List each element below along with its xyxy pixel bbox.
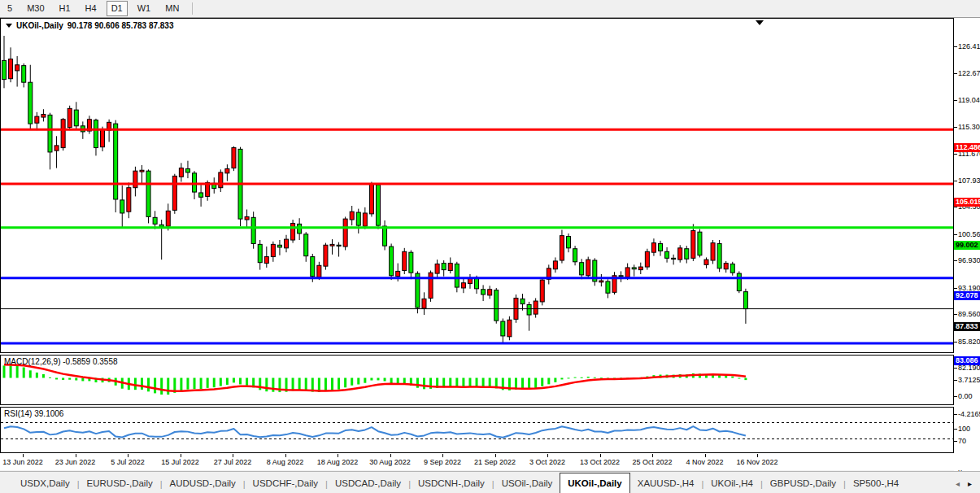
chart-ohlc-values: 90.178 90.606 85.783 87.833	[68, 21, 174, 30]
chart-tab-ukoil-h4[interactable]: UKOil-,H4	[703, 475, 760, 491]
price-tick-label: 96.930	[958, 256, 980, 264]
price-axis[interactable]: 126.410122.670119.040115.300111.670107.9…	[954, 36, 980, 488]
price-tick-label: 126.410	[958, 42, 980, 50]
chart-tab-eurusd-daily[interactable]: EURUSD-,Daily	[80, 475, 160, 491]
macd-tick-mark	[954, 414, 957, 415]
macd-label: MACD(12,26,9) -0.5859 0.3558	[4, 357, 118, 366]
price-tick-mark	[954, 73, 957, 74]
chart-tab-usdchf-daily[interactable]: USDCHF-,Daily	[246, 475, 326, 491]
price-tick-label: 119.040	[958, 96, 980, 104]
macd-tick-label: -4.2165	[958, 410, 980, 418]
macd-canvas[interactable]	[1, 356, 953, 404]
timeframe-button-m30[interactable]: M30	[22, 1, 49, 16]
price-level-tag: 83.086	[954, 356, 980, 365]
rsi-label: RSI(14) 39.1006	[4, 409, 63, 418]
timeframe-button-5[interactable]: 5	[2, 1, 17, 16]
chart-tab-usdcad-daily[interactable]: USDCAD-,Daily	[328, 475, 408, 491]
chart-tab-usdcnh-daily[interactable]: USDCNH-,Daily	[411, 475, 492, 491]
date-tick-mark	[233, 454, 233, 457]
date-tick-label: 5 Jul 2022	[111, 458, 145, 466]
timeframe-button-h1[interactable]: H1	[54, 1, 76, 16]
macd-indicator-pane[interactable]: MACD(12,26,9) -0.5859 0.3558	[0, 355, 954, 405]
chart-shift-marker-icon[interactable]	[756, 20, 764, 25]
price-tick-mark	[954, 288, 957, 289]
date-tick-label: 13 Oct 2022	[580, 458, 620, 466]
date-tick-mark	[705, 454, 706, 457]
rsi-tick-mark	[954, 429, 957, 430]
price-tick-label: 122.670	[958, 69, 980, 77]
date-tick-label: 8 Aug 2022	[267, 458, 304, 466]
rsi-indicator-pane[interactable]: RSI(14) 39.1006	[0, 407, 954, 453]
price-level-tag: 99.002	[954, 241, 980, 250]
date-tick-label: 25 Oct 2022	[632, 458, 672, 466]
chart-tab-xauusd-h4[interactable]: XAUUSD-,H4	[630, 475, 702, 491]
price-tick-mark	[954, 207, 957, 207]
price-tick-label: 89.560	[958, 310, 980, 318]
price-level-tag: 92.078	[954, 291, 980, 300]
chart-tab-usoil-daily[interactable]: USOil-,Daily	[494, 475, 560, 491]
rsi-tick-label: 100	[958, 425, 970, 433]
timeframe-button-w1[interactable]: W1	[133, 1, 156, 16]
tabs-scroll-left-icon[interactable]: ◂	[956, 480, 960, 488]
date-tick-label: 3 Oct 2022	[529, 458, 565, 466]
price-level-tag: 112.486	[954, 143, 980, 152]
macd-tick-mark	[954, 396, 957, 397]
price-tick-mark	[954, 154, 957, 155]
chart-header: UKOil-,Daily 90.178 90.606 85.783 87.833	[6, 21, 173, 30]
tabs-scroll-right-icon[interactable]: ▸	[968, 480, 972, 488]
chart-window: UKOil-,Daily 90.178 90.606 85.783 87.833…	[0, 18, 980, 470]
price-tick-mark	[954, 342, 957, 342]
price-tick-mark	[954, 46, 957, 47]
date-tick-mark	[547, 454, 548, 457]
price-tick-mark	[954, 100, 957, 101]
chart-tab-gbpusd-daily[interactable]: GBPUSD-,Daily	[763, 475, 843, 491]
date-tick-mark	[338, 454, 338, 457]
price-tick-mark	[954, 260, 957, 261]
time-axis[interactable]: 13 Jun 202223 Jun 20225 Jul 202215 Jul 2…	[0, 454, 980, 470]
date-tick-mark	[181, 454, 181, 457]
chart-tab-usdx-daily[interactable]: USDX,Daily	[13, 475, 77, 491]
rsi-tick-mark	[954, 441, 957, 442]
date-tick-label: 18 Aug 2022	[317, 458, 359, 466]
price-tick-mark	[954, 314, 957, 315]
symbol-dropdown-icon[interactable]	[6, 24, 12, 28]
date-tick-mark	[652, 454, 653, 457]
chart-tab-sp500-h4[interactable]: SP500-,H4	[846, 475, 906, 491]
date-tick-mark	[600, 454, 601, 457]
macd-tick-label: 3.7125	[958, 376, 980, 384]
timeframe-button-d1[interactable]: D1	[107, 1, 128, 16]
date-tick-mark	[442, 454, 443, 457]
price-tick-mark	[954, 234, 957, 235]
price-tick-mark	[954, 181, 957, 181]
chart-tab-ukoil-daily[interactable]: UKOil-,Daily	[560, 473, 629, 493]
timeframe-button-mn[interactable]: MN	[160, 1, 184, 16]
price-chart-pane[interactable]: UKOil-,Daily 90.178 90.606 85.783 87.833	[0, 18, 954, 353]
chart-symbol-label: UKOil-,Daily	[16, 21, 63, 30]
candlestick-canvas[interactable]	[1, 19, 953, 352]
price-level-tag: 87.833	[954, 322, 980, 331]
date-tick-label: 16 Nov 2022	[736, 458, 777, 466]
mt4-trading-platform: 5M30H1H4D1W1MN UKOil-,Daily 90.178 90.60…	[0, 0, 980, 493]
price-level-tag: 105.015	[954, 198, 980, 207]
date-tick-label: 9 Sep 2022	[424, 458, 461, 466]
date-tick-mark	[128, 454, 128, 457]
date-tick-label: 4 Nov 2022	[686, 458, 723, 466]
tab-scroll-arrows: ◂▸	[956, 480, 980, 493]
chart-tab-bar: USDX,Daily|EURUSD-,Daily|AUDUSD-,Daily|U…	[0, 471, 980, 493]
date-tick-mark	[76, 454, 76, 457]
date-tick-label: 21 Sep 2022	[474, 458, 516, 466]
chart-tab-audusd-daily[interactable]: AUDUSD-,Daily	[163, 475, 243, 491]
date-tick-mark	[495, 454, 496, 457]
date-tick-mark	[757, 454, 758, 457]
timeframe-button-h4[interactable]: H4	[81, 1, 102, 16]
timeframe-toolbar: 5M30H1H4D1W1MN	[0, 0, 980, 18]
price-tick-mark	[954, 127, 957, 128]
macd-tick-mark	[954, 380, 957, 381]
date-tick-label: 13 Jun 2022	[2, 458, 43, 466]
date-tick-mark	[390, 454, 391, 457]
rsi-tick-label: 70	[958, 437, 966, 445]
date-tick-label: 15 Jul 2022	[161, 458, 199, 466]
price-tick-label: 115.300	[958, 123, 980, 131]
rsi-canvas[interactable]	[1, 408, 953, 452]
date-tick-label: 27 Jul 2022	[214, 458, 252, 466]
